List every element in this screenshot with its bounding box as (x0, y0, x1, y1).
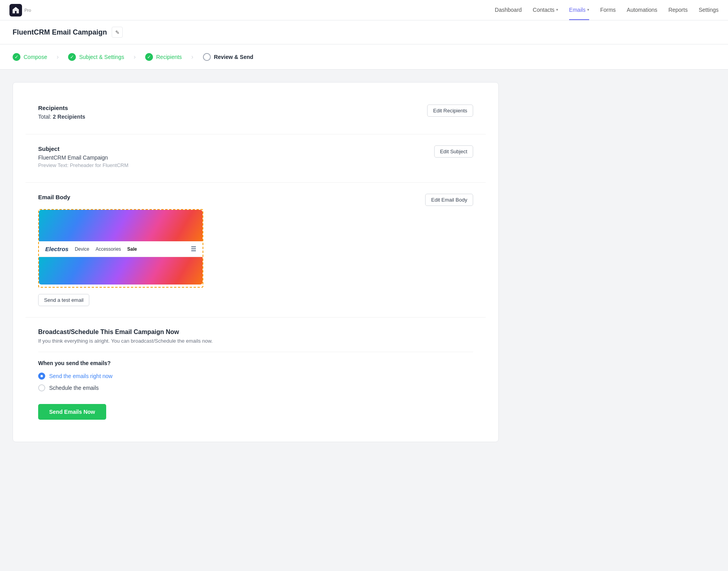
nav-reports[interactable]: Reports (668, 0, 687, 20)
logo-area: Pro (9, 4, 31, 17)
step-arrow-3: › (191, 53, 193, 61)
edit-email-body-button[interactable]: Edit Email Body (425, 194, 473, 206)
logo-pro-label: Pro (24, 8, 31, 13)
step-subject-icon: ✓ (68, 53, 76, 61)
page-title: FluentCRM Email Campaign (13, 28, 107, 37)
subject-value: FluentCRM Email Campaign (38, 154, 129, 161)
email-body-header: Email Body Edit Email Body (38, 194, 473, 206)
recipients-section: Recipients Total: 2 Recipients Edit Reci… (26, 94, 486, 134)
nav-settings[interactable]: Settings (699, 0, 719, 20)
nav-dashboard[interactable]: Dashboard (495, 0, 522, 20)
subject-preview-text: Preview Text: Preheader for FluentCRM (38, 162, 129, 168)
radio-schedule[interactable]: Schedule the emails (38, 384, 473, 391)
step-compose-icon: ✓ (13, 53, 20, 61)
send-test-email-button[interactable]: Send a test email (38, 294, 89, 306)
edit-recipients-button[interactable]: Edit Recipients (427, 105, 473, 117)
broadcast-divider (38, 352, 473, 352)
preview-nav-device: Device (75, 246, 89, 252)
step-review[interactable]: Review & Send (203, 53, 253, 61)
nav-contacts[interactable]: Contacts ▾ (533, 0, 558, 20)
main-content: Recipients Total: 2 Recipients Edit Reci… (0, 70, 511, 455)
recipients-count: 2 Recipients (53, 114, 85, 120)
email-body-section: Email Body Edit Email Body Electros Devi… (26, 183, 486, 318)
nav-automations[interactable]: Automations (627, 0, 658, 20)
broadcast-title: Broadcast/Schedule This Email Campaign N… (38, 329, 473, 336)
edit-title-button[interactable]: ✎ (112, 27, 123, 38)
radio-send-now-label: Send the emails right now (49, 373, 112, 379)
step-subject-label: Subject & Settings (79, 54, 124, 60)
preview-headline: NOW YOU CAN BECOME A PART... (39, 285, 203, 287)
subject-section: Subject FluentCRM Email Campaign Preview… (26, 134, 486, 183)
step-arrow-1: › (57, 53, 59, 61)
page-header: FluentCRM Email Campaign ✎ (0, 20, 728, 44)
email-body-title: Email Body (38, 194, 70, 200)
contacts-chevron-icon: ▾ (556, 7, 558, 12)
when-send-label: When you send the emails? (38, 360, 473, 366)
recipients-total: Total: 2 Recipients (38, 114, 85, 120)
preview-menu-icon: ☰ (191, 245, 196, 253)
nav-forms[interactable]: Forms (600, 0, 616, 20)
broadcast-section: Broadcast/Schedule This Email Campaign N… (26, 318, 486, 431)
email-preview-scroll[interactable]: Electros Device Accessories Sale ☰ NOW Y… (39, 210, 203, 287)
radio-send-now[interactable]: Send the emails right now (38, 373, 473, 380)
total-label: Total: (38, 114, 51, 120)
top-navigation: Pro Dashboard Contacts ▾ Emails ▾ Forms … (0, 0, 728, 20)
nav-links: Dashboard Contacts ▾ Emails ▾ Forms Auto… (495, 0, 719, 20)
step-review-label: Review & Send (214, 54, 253, 60)
recipients-title: Recipients (38, 105, 85, 111)
subject-title: Subject (38, 145, 129, 152)
step-compose-label: Compose (24, 54, 47, 60)
email-preview-container: Electros Device Accessories Sale ☰ NOW Y… (38, 209, 203, 288)
edit-subject-button[interactable]: Edit Subject (434, 145, 473, 158)
send-emails-now-button[interactable]: Send Emails Now (38, 404, 106, 420)
step-review-icon (203, 53, 211, 61)
subject-header: Subject FluentCRM Email Campaign Preview… (38, 145, 473, 168)
radio-send-now-circle (38, 373, 45, 380)
radio-schedule-circle (38, 384, 45, 391)
radio-schedule-label: Schedule the emails (49, 385, 99, 391)
nav-emails[interactable]: Emails ▾ (569, 0, 589, 20)
preview-logo: Electros (45, 246, 68, 252)
step-subject[interactable]: ✓ Subject & Settings (68, 53, 124, 61)
step-recipients-label: Recipients (156, 54, 182, 60)
recipients-info: Recipients Total: 2 Recipients (38, 105, 85, 120)
preview-nav-accessories: Accessories (96, 246, 121, 252)
logo-icon (9, 4, 22, 17)
step-arrow-2: › (134, 53, 136, 61)
preview-nav-sale: Sale (127, 246, 137, 252)
steps-bar: ✓ Compose › ✓ Subject & Settings › ✓ Rec… (0, 44, 728, 70)
subject-info: Subject FluentCRM Email Campaign Preview… (38, 145, 129, 168)
review-card: Recipients Total: 2 Recipients Edit Reci… (13, 82, 499, 442)
step-compose[interactable]: ✓ Compose (13, 53, 47, 61)
broadcast-description: If you think everything is alright. You … (38, 338, 473, 344)
emails-chevron-icon: ▾ (587, 7, 589, 12)
step-recipients[interactable]: ✓ Recipients (145, 53, 182, 61)
recipients-header: Recipients Total: 2 Recipients Edit Reci… (38, 105, 473, 120)
step-recipients-icon: ✓ (145, 53, 153, 61)
